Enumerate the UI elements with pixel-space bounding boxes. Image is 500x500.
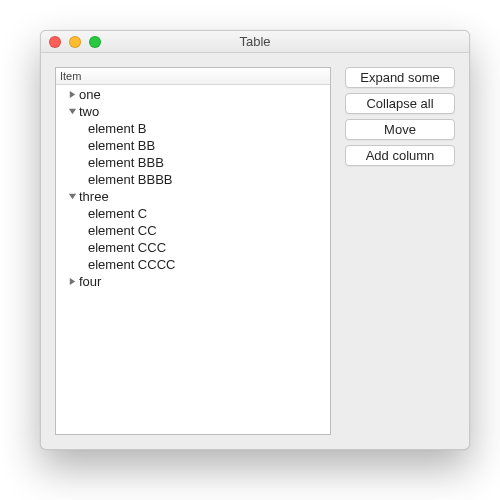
outline-child-row[interactable]: element BBBB <box>56 171 330 188</box>
outline-row[interactable]: one <box>56 86 330 103</box>
button-sidebar: Expand some Collapse all Move Add column <box>345 67 455 435</box>
outline-row-label: element BBB <box>88 155 164 170</box>
move-button[interactable]: Move <box>345 119 455 140</box>
outline-row-label: four <box>79 274 101 289</box>
outline-row-label: element C <box>88 206 147 221</box>
column-header-item[interactable]: Item <box>56 68 330 85</box>
chevron-down-icon[interactable] <box>68 107 77 116</box>
outline-row-label: element CCCC <box>88 257 175 272</box>
minimize-icon[interactable] <box>69 36 81 48</box>
outline-row-label: element BBBB <box>88 172 173 187</box>
expand-some-button[interactable]: Expand some <box>345 67 455 88</box>
content-area: Item onetwoelement Belement BBelement BB… <box>41 53 469 449</box>
collapse-all-button[interactable]: Collapse all <box>345 93 455 114</box>
outline-row-label: three <box>79 189 109 204</box>
add-column-button[interactable]: Add column <box>345 145 455 166</box>
outline-row-label: element CCC <box>88 240 166 255</box>
window: Table Item onetwoelement Belement BBelem… <box>40 30 470 450</box>
chevron-down-icon[interactable] <box>68 192 77 201</box>
outline-row-label: one <box>79 87 101 102</box>
outline-row-label: element CC <box>88 223 157 238</box>
outline-row[interactable]: two <box>56 103 330 120</box>
window-controls <box>41 31 101 52</box>
outline-child-row[interactable]: element B <box>56 120 330 137</box>
outline-child-row[interactable]: element CC <box>56 222 330 239</box>
outline-child-row[interactable]: element CCC <box>56 239 330 256</box>
chevron-right-icon[interactable] <box>68 277 77 286</box>
outline-row-label: element BB <box>88 138 155 153</box>
outline-row[interactable]: three <box>56 188 330 205</box>
window-title: Table <box>41 34 469 49</box>
chevron-right-icon[interactable] <box>68 90 77 99</box>
outline-child-row[interactable]: element CCCC <box>56 256 330 273</box>
outline-child-row[interactable]: element BBB <box>56 154 330 171</box>
outline-child-row[interactable]: element C <box>56 205 330 222</box>
titlebar: Table <box>41 31 469 53</box>
close-icon[interactable] <box>49 36 61 48</box>
outline-view[interactable]: Item onetwoelement Belement BBelement BB… <box>55 67 331 435</box>
outline-row-label: two <box>79 104 99 119</box>
outline-tree: onetwoelement Belement BBelement BBBelem… <box>56 85 330 434</box>
outline-row[interactable]: four <box>56 273 330 290</box>
outline-row-label: element B <box>88 121 147 136</box>
outline-child-row[interactable]: element BB <box>56 137 330 154</box>
zoom-icon[interactable] <box>89 36 101 48</box>
